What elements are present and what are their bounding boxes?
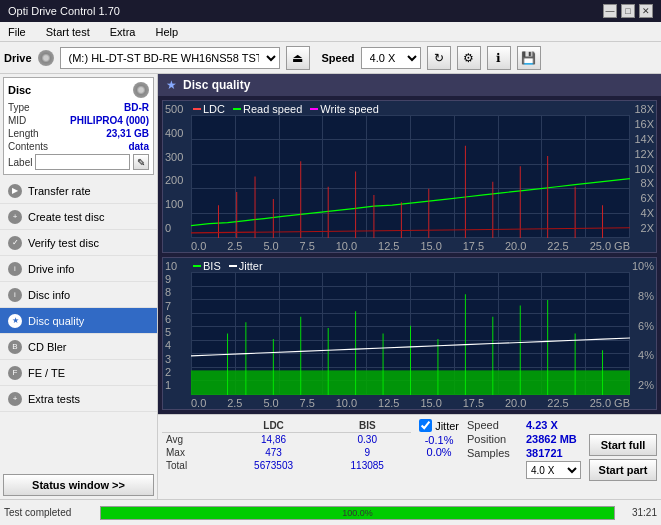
col-empty xyxy=(162,419,224,433)
charts-area: LDC Read speed Write speed 5004003002001… xyxy=(158,96,661,414)
jitter-total xyxy=(425,458,454,470)
status-window-button[interactable]: Status window >> xyxy=(3,474,154,496)
contents-value: data xyxy=(128,141,149,152)
legend-read-speed: Read speed xyxy=(233,103,302,115)
sidebar: Disc Type BD-R MID PHILIPRO4 (000) Lengt… xyxy=(0,74,158,499)
stats-row-total: Total 5673503 113085 xyxy=(162,459,411,472)
jitter-checkbox[interactable] xyxy=(419,419,432,432)
speed-selector[interactable]: 4.0 X xyxy=(361,47,421,69)
settings-button[interactable]: ⚙ xyxy=(457,46,481,70)
legend-jitter-label: Jitter xyxy=(239,260,263,272)
menu-help[interactable]: Help xyxy=(151,24,182,40)
start-part-label: Start part xyxy=(599,464,648,476)
disc-panel-title: Disc xyxy=(8,84,31,96)
refresh-button[interactable]: ↻ xyxy=(427,46,451,70)
sidebar-item-create-test-disc[interactable]: + Create test disc xyxy=(0,204,157,230)
chart2-grid xyxy=(191,272,630,395)
sidebar-item-extra-tests[interactable]: + Extra tests xyxy=(0,386,157,412)
drive-selector[interactable]: (M:) HL-DT-ST BD-RE WH16NS58 TST4 xyxy=(60,47,280,69)
label-label: Label xyxy=(8,157,32,168)
info-button[interactable]: ℹ xyxy=(487,46,511,70)
position-value: 23862 MB xyxy=(526,433,581,445)
speed-stat-value: 4.23 X xyxy=(526,419,581,431)
create-test-disc-icon: + xyxy=(8,210,22,224)
fe-te-icon: F xyxy=(8,366,22,380)
save-button[interactable]: 💾 xyxy=(517,46,541,70)
nav-label-drive-info: Drive info xyxy=(28,263,74,275)
sidebar-item-verify-test-disc[interactable]: ✓ Verify test disc xyxy=(0,230,157,256)
type-value: BD-R xyxy=(124,102,149,113)
read-speed-color xyxy=(233,108,241,110)
label-input[interactable] xyxy=(35,154,130,170)
menu-extra[interactable]: Extra xyxy=(106,24,140,40)
chart-ldc: LDC Read speed Write speed 5004003002001… xyxy=(162,100,657,253)
cd-bler-icon: B xyxy=(8,340,22,354)
speed-section: Speed 4.23 X Position 23862 MB Samples 3… xyxy=(467,419,581,495)
jitter-max: 0.0% xyxy=(425,446,454,458)
progress-label: 100.0% xyxy=(101,507,614,519)
type-label: Type xyxy=(8,102,30,113)
nav-label-disc-quality: Disc quality xyxy=(28,315,84,327)
disc-info-icon: i xyxy=(8,288,22,302)
sidebar-item-disc-info[interactable]: i Disc info xyxy=(0,282,157,308)
eject-button[interactable]: ⏏ xyxy=(286,46,310,70)
chart1-y-axis-right: 18X16X14X12X10X8X6X4X2X xyxy=(630,101,656,236)
chart2-svg xyxy=(191,272,630,395)
sidebar-item-fe-te[interactable]: F FE / TE xyxy=(0,360,157,386)
verify-test-disc-icon: ✓ xyxy=(8,236,22,250)
ldc-color xyxy=(193,108,201,110)
maximize-button[interactable]: □ xyxy=(621,4,635,18)
drive-info-icon: i xyxy=(8,262,22,276)
legend-ldc-label: LDC xyxy=(203,103,225,115)
content-header: ★ Disc quality xyxy=(158,74,661,96)
chart2-y-axis: 10987654321 xyxy=(163,258,191,393)
chart2-legend: BIS Jitter xyxy=(193,260,263,272)
disc-panel-icon xyxy=(133,82,149,98)
chart2-x-axis: 0.02.55.07.510.012.515.017.520.022.525.0… xyxy=(191,395,630,409)
titlebar: Opti Drive Control 1.70 — □ ✕ xyxy=(0,0,661,22)
legend-write-speed-label: Write speed xyxy=(320,103,379,115)
chart1-svg xyxy=(191,115,630,238)
content-header-icon: ★ xyxy=(166,78,177,92)
stats-panel: LDC BIS Avg 14,86 0.30 Max 473 xyxy=(158,414,661,499)
chart1-grid xyxy=(191,115,630,238)
main-layout: Disc Type BD-R MID PHILIPRO4 (000) Lengt… xyxy=(0,74,661,499)
sidebar-item-disc-quality[interactable]: ★ Disc quality xyxy=(0,308,157,334)
chart1-x-axis: 0.02.55.07.510.012.515.017.520.022.525.0… xyxy=(191,238,630,252)
nav-label-create-test-disc: Create test disc xyxy=(28,211,104,223)
jitter-label: Jitter xyxy=(435,420,459,432)
avg-bis: 0.30 xyxy=(323,433,411,447)
avg-ldc: 14,86 xyxy=(224,433,324,447)
speed-select-dropdown[interactable]: 4.0 X xyxy=(526,461,581,479)
samples-row: Samples 381721 xyxy=(467,447,581,459)
menu-file[interactable]: File xyxy=(4,24,30,40)
close-button[interactable]: ✕ xyxy=(639,4,653,18)
disc-icon xyxy=(38,50,54,66)
sidebar-item-transfer-rate[interactable]: ▶ Transfer rate xyxy=(0,178,157,204)
chart-bis: BIS Jitter 10987654321 10%8%6%4%2% xyxy=(162,257,657,410)
mid-label: MID xyxy=(8,115,26,126)
legend-write-speed: Write speed xyxy=(310,103,379,115)
avg-label: Avg xyxy=(162,433,224,447)
minimize-button[interactable]: — xyxy=(603,4,617,18)
disc-panel: Disc Type BD-R MID PHILIPRO4 (000) Lengt… xyxy=(3,77,154,175)
speed-stat-label: Speed xyxy=(467,419,522,431)
col-bis: BIS xyxy=(323,419,411,433)
stats-table: LDC BIS Avg 14,86 0.30 Max 473 xyxy=(162,419,411,495)
speed-label: Speed xyxy=(322,52,355,64)
write-speed-color xyxy=(310,108,318,110)
start-full-button[interactable]: Start full xyxy=(589,434,657,456)
menu-start-test[interactable]: Start test xyxy=(42,24,94,40)
time-display: 31:21 xyxy=(621,507,657,518)
label-edit-button[interactable]: ✎ xyxy=(133,154,149,170)
sidebar-item-drive-info[interactable]: i Drive info xyxy=(0,256,157,282)
jitter-section: Jitter -0.1% 0.0% xyxy=(419,419,459,495)
samples-label: Samples xyxy=(467,447,522,459)
nav-label-cd-bler: CD Bler xyxy=(28,341,67,353)
progress-bar: 100.0% xyxy=(100,506,615,520)
start-part-button[interactable]: Start part xyxy=(589,459,657,481)
position-label: Position xyxy=(467,433,522,445)
nav-label-verify-test-disc: Verify test disc xyxy=(28,237,99,249)
sidebar-item-cd-bler[interactable]: B CD Bler xyxy=(0,334,157,360)
chart2-y-axis-right: 10%8%6%4%2% xyxy=(630,258,656,393)
